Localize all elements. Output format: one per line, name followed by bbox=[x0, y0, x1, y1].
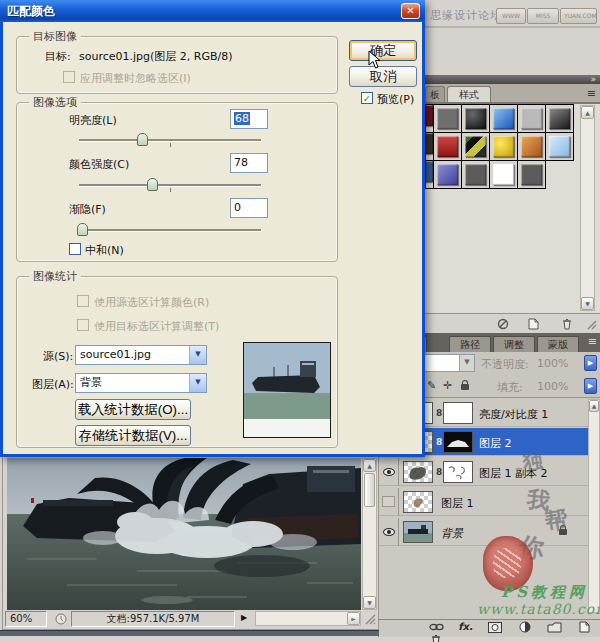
window-button-3[interactable]: YUAN.COM bbox=[560, 8, 597, 24]
layers-footer: fx. bbox=[379, 619, 600, 637]
style-swatch[interactable] bbox=[461, 104, 490, 133]
new-style-icon[interactable] bbox=[527, 318, 539, 330]
neutralize-checkbox[interactable] bbox=[69, 243, 81, 255]
preview-checkbox[interactable]: ✓ bbox=[361, 92, 373, 104]
mask-thumbnail[interactable] bbox=[443, 461, 473, 483]
doc-vertical-scrollbar[interactable]: ▲ ▼ bbox=[362, 458, 377, 610]
divider bbox=[425, 26, 600, 28]
layer-thumbnail[interactable] bbox=[403, 461, 433, 483]
window-button-2[interactable]: MISS bbox=[527, 8, 559, 24]
ok-button[interactable]: 确定 bbox=[349, 40, 417, 61]
fade-input[interactable]: 0 bbox=[230, 198, 268, 218]
clear-style-icon[interactable] bbox=[497, 318, 509, 330]
slider-thumb[interactable] bbox=[77, 223, 88, 236]
slider-thumb[interactable] bbox=[137, 133, 148, 146]
new-layer-icon[interactable] bbox=[578, 621, 590, 633]
styles-scrollbar[interactable]: ▲ ▼ bbox=[580, 105, 595, 311]
style-swatch[interactable] bbox=[517, 104, 546, 133]
dropdown-arrow-icon[interactable]: ▼ bbox=[459, 355, 474, 371]
style-swatch[interactable] bbox=[433, 104, 462, 133]
styles-panel-menu-icon[interactable]: ≡ bbox=[587, 87, 596, 101]
lock-brush-icon[interactable]: ✎ bbox=[427, 379, 436, 392]
save-statistics-button[interactable]: 存储统计数据(V)... bbox=[75, 425, 191, 446]
visibility-toggle-off[interactable] bbox=[379, 488, 399, 516]
visibility-toggle[interactable] bbox=[379, 518, 399, 546]
scroll-up-icon[interactable]: ▲ bbox=[581, 106, 594, 119]
fill-value[interactable]: 100% bbox=[537, 380, 568, 393]
fade-slider[interactable] bbox=[79, 229, 261, 231]
cancel-button[interactable]: 取消 bbox=[349, 66, 417, 87]
palette-collapse-bar[interactable]: » bbox=[425, 75, 600, 84]
layers-panel-menu-icon[interactable]: ≡ bbox=[588, 335, 597, 349]
intensity-input[interactable]: 78 bbox=[230, 153, 268, 173]
scroll-up-icon[interactable]: ▲ bbox=[363, 459, 376, 472]
new-adjustment-icon[interactable] bbox=[519, 621, 531, 633]
window-button-1[interactable]: WWW bbox=[496, 8, 526, 24]
lock-move-icon[interactable]: ✛ bbox=[443, 379, 452, 392]
visibility-toggle[interactable] bbox=[379, 458, 399, 486]
mask-thumbnail[interactable] bbox=[443, 431, 473, 453]
dropdown-arrow-icon[interactable]: ▼ bbox=[189, 346, 206, 364]
close-icon[interactable]: ✕ bbox=[401, 3, 420, 19]
tab-adjustments[interactable]: 调整 bbox=[493, 336, 535, 352]
tab-swatches-partial[interactable]: 板 bbox=[425, 86, 445, 102]
layer-thumbnail[interactable] bbox=[403, 521, 433, 543]
opacity-value[interactable]: 100% bbox=[537, 357, 568, 370]
lock-all-icon[interactable] bbox=[461, 384, 469, 390]
style-swatch[interactable] bbox=[461, 132, 490, 161]
source-select[interactable]: source01.jpg ▼ bbox=[75, 345, 207, 365]
link-layers-icon[interactable] bbox=[429, 622, 444, 632]
scroll-up-icon[interactable]: ▲ bbox=[589, 400, 599, 412]
load-statistics-button[interactable]: 载入统计数据(O)... bbox=[75, 399, 191, 420]
doc-horizontal-scrollbar[interactable]: ► bbox=[255, 611, 361, 626]
dropdown-arrow-icon[interactable]: ▼ bbox=[189, 374, 206, 392]
layers-scrollbar[interactable]: ▲ bbox=[588, 399, 600, 613]
fill-label: 填充: bbox=[497, 380, 523, 395]
delete-style-icon[interactable] bbox=[561, 318, 573, 330]
fill-slider-arrow[interactable]: ▶ bbox=[584, 378, 597, 394]
zoom-level-field[interactable]: 60% bbox=[5, 611, 47, 627]
style-swatch[interactable] bbox=[545, 104, 574, 133]
style-swatch[interactable] bbox=[433, 132, 462, 161]
tab-masks[interactable]: 蒙版 bbox=[537, 336, 579, 352]
resize-grip-icon[interactable] bbox=[587, 320, 597, 330]
new-group-icon[interactable] bbox=[547, 622, 562, 633]
slider-thumb[interactable] bbox=[147, 178, 158, 191]
style-swatch[interactable] bbox=[489, 104, 518, 133]
layer-select[interactable]: 背景 ▼ bbox=[75, 373, 207, 393]
doc-size-field[interactable]: 文档:957.1K/5.97M bbox=[71, 611, 235, 627]
tab-paths[interactable]: 路径 bbox=[449, 336, 491, 352]
scroll-down-icon[interactable]: ▼ bbox=[581, 297, 594, 310]
luminance-slider[interactable] bbox=[79, 139, 261, 141]
delete-layer-icon[interactable] bbox=[430, 634, 442, 642]
scroll-down-icon[interactable]: ▼ bbox=[363, 596, 376, 609]
tab-styles[interactable]: 样式 bbox=[447, 86, 491, 102]
status-expand-icon[interactable]: ▶ bbox=[241, 613, 247, 622]
style-swatch[interactable] bbox=[433, 160, 462, 189]
layer-name[interactable]: 背景 bbox=[441, 526, 463, 541]
dialog-titlebar[interactable]: 匹配颜色 bbox=[0, 0, 425, 22]
style-swatch[interactable] bbox=[517, 132, 546, 161]
resize-grip-icon[interactable] bbox=[365, 614, 376, 625]
ignore-selection-checkbox bbox=[63, 71, 75, 83]
style-swatch[interactable] bbox=[545, 132, 574, 161]
intensity-slider[interactable] bbox=[79, 184, 261, 186]
style-swatch[interactable] bbox=[489, 160, 518, 189]
layer-thumbnail[interactable] bbox=[403, 491, 433, 513]
add-mask-icon[interactable] bbox=[488, 622, 502, 633]
opacity-slider-arrow[interactable]: ▶ bbox=[584, 355, 597, 371]
scroll-right-icon[interactable]: ► bbox=[347, 612, 360, 625]
document-canvas[interactable] bbox=[7, 458, 361, 610]
layer-style-icon[interactable]: fx. bbox=[453, 621, 479, 632]
style-swatch[interactable] bbox=[517, 160, 546, 189]
layer-name[interactable]: 亮度/对比度 1 bbox=[479, 407, 548, 422]
luminance-input[interactable]: 68 bbox=[230, 109, 268, 129]
mask-thumbnail[interactable] bbox=[443, 402, 473, 424]
layer-row-copy2[interactable]: 8 图层 1 副本 2 bbox=[379, 458, 589, 486]
style-swatch[interactable] bbox=[461, 160, 490, 189]
layer-name[interactable]: 图层 1 bbox=[441, 496, 474, 511]
style-swatch[interactable] bbox=[489, 132, 518, 161]
layer-name[interactable]: 图层 2 bbox=[479, 436, 512, 451]
scrollbar-thumb[interactable] bbox=[364, 473, 375, 507]
calligraphy-watermark: 独 bbox=[521, 448, 545, 478]
